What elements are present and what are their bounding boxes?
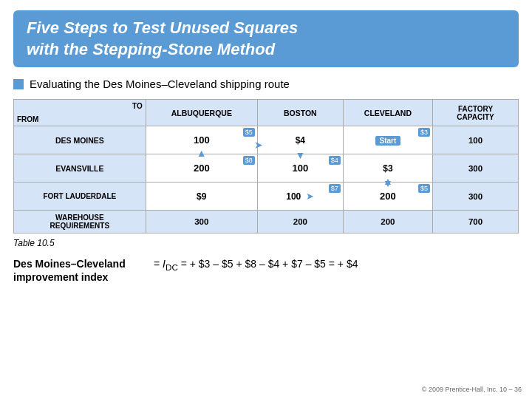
row-label-des-moines: DES MOINES bbox=[14, 126, 146, 154]
improvement-formula: = IDC = + $3 – $5 + $8 – $4 + $7 – $5 = … bbox=[154, 257, 358, 273]
cost-badge: $4 bbox=[329, 156, 341, 165]
table-label: Table 10.5 bbox=[13, 238, 519, 248]
shipping-table: TO FROM ALBUQUERQUE BOSTON CLEVELAND FAC… bbox=[13, 99, 519, 233]
arrow-up-icon: ▲ bbox=[197, 147, 207, 159]
cost-badge: $7 bbox=[329, 184, 341, 193]
arrow-up-icon2: ▲ bbox=[383, 175, 393, 187]
cell-fl-factory: 300 bbox=[433, 183, 519, 211]
col-header-factory: FACTORYCAPACITY bbox=[433, 100, 519, 126]
copyright: © 2009 Prentice-Hall, Inc. 10 – 36 bbox=[422, 386, 522, 393]
cell-dm-cleveland: $3 Start bbox=[343, 126, 432, 154]
cell-fl-alb: $9 bbox=[146, 183, 257, 211]
from-to-header: TO FROM bbox=[14, 100, 146, 126]
cell-value: $3 bbox=[383, 163, 392, 174]
bullet-icon bbox=[13, 79, 24, 89]
cell-ev-factory: 300 bbox=[433, 154, 519, 183]
cell-value: $4 bbox=[296, 135, 305, 146]
from-label: FROM bbox=[17, 115, 38, 123]
table-row: WAREHOUSEREQUIREMENTS 300 200 200 700 bbox=[14, 211, 519, 233]
cell-value: 200 bbox=[194, 163, 210, 174]
cell-ev-alb: $8 200 ▲ bbox=[146, 154, 257, 183]
row-label-warehouse: WAREHOUSEREQUIREMENTS bbox=[14, 211, 146, 233]
cost-badge: $5 bbox=[243, 128, 255, 137]
cell-req-boston: 200 bbox=[257, 211, 343, 233]
slide-title: Five Steps to Test Unused Squares with t… bbox=[27, 18, 505, 60]
cell-req-total: 700 bbox=[433, 211, 519, 233]
col-header-boston: BOSTON bbox=[257, 100, 343, 126]
cell-value: 100 bbox=[194, 134, 210, 146]
col-header-albuquerque: ALBUQUERQUE bbox=[146, 100, 257, 126]
row-label-evansville: EVANSVILLE bbox=[14, 154, 146, 183]
cell-req-alb: 300 bbox=[146, 211, 257, 233]
arrow-down-icon: ▼ bbox=[295, 149, 305, 161]
cost-badge: $8 bbox=[243, 156, 255, 165]
table-row: EVANSVILLE $8 200 ▲ $4 100 bbox=[14, 154, 519, 183]
cell-value: 100 bbox=[292, 163, 308, 174]
cell-dm-factory: 100 bbox=[433, 126, 519, 154]
title-box: Five Steps to Test Unused Squares with t… bbox=[13, 10, 519, 67]
row-label-fort: FORT LAUDERDALE bbox=[14, 183, 146, 211]
cost-badge: $3 bbox=[418, 128, 430, 137]
table-row: DES MOINES $5 100 ➤ $4 ▼ bbox=[14, 126, 519, 154]
cell-value: 100 bbox=[286, 191, 301, 202]
cell-req-cleveland: 200 bbox=[343, 211, 432, 233]
cell-value: 200 bbox=[380, 191, 396, 202]
improvement-section: Des Moines–Cleveland improvement index =… bbox=[13, 257, 519, 284]
col-header-cleveland: CLEVELAND bbox=[343, 100, 432, 126]
arrow-right-icon2: ➤ bbox=[306, 191, 314, 202]
cell-dm-boston: $4 ▼ bbox=[257, 126, 343, 154]
improvement-label: Des Moines–Cleveland improvement index bbox=[13, 257, 146, 284]
cost-badge: $5 bbox=[418, 184, 430, 193]
table-row: FORT LAUDERDALE $9 $7 100 ➤ $5 bbox=[14, 183, 519, 211]
subtitle: Evaluating the Des Moines–Cleveland ship… bbox=[13, 78, 519, 90]
cell-fl-cleveland: $5 200 ▲ bbox=[343, 183, 432, 211]
start-badge: Start bbox=[375, 136, 401, 146]
formula-subscript: DC bbox=[166, 262, 178, 272]
cell-fl-boston: $7 100 ➤ bbox=[257, 183, 343, 211]
cell-value: $9 bbox=[197, 191, 206, 202]
to-label: TO bbox=[132, 102, 143, 110]
arrow-right-icon: ➤ bbox=[254, 139, 263, 151]
